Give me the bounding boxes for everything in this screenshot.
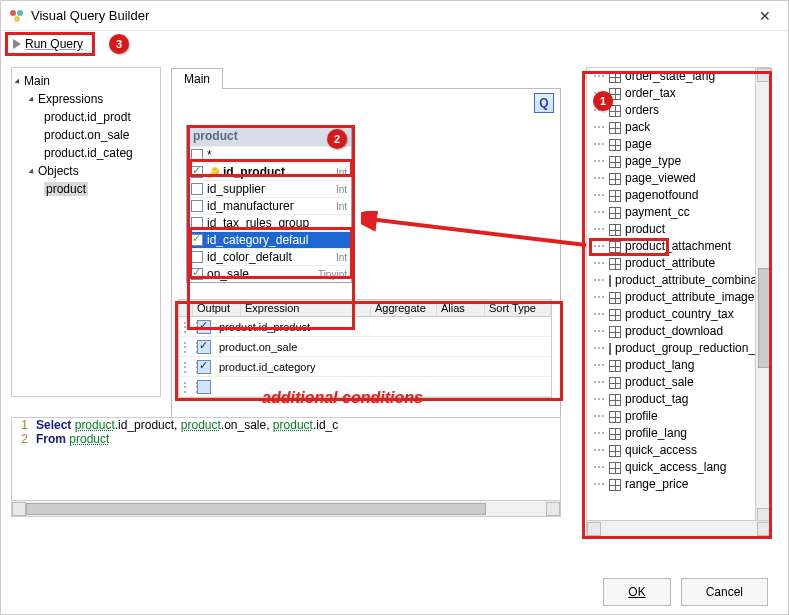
ok-button[interactable]: OK [603,578,670,606]
checkbox[interactable] [191,251,203,263]
output-checkbox[interactable] [197,360,211,374]
tree-dots-icon: ⋯ [593,306,605,323]
sql-keyword: Select [36,418,71,432]
scroll-left-icon[interactable] [12,502,26,516]
tree-expr-item[interactable]: product.id_categ [16,144,156,162]
table-list-item[interactable]: ⋯order_state_lang [587,68,771,85]
field-type: Int [336,201,347,212]
close-icon[interactable]: ✕ [750,8,780,24]
table-title[interactable]: product [187,126,351,146]
field-row[interactable]: * [187,146,351,163]
field-name: id_tax_rules_group [207,216,347,230]
table-list-item[interactable]: ⋯page [587,136,771,153]
grid-row[interactable]: ⋮⋮product.on_sale [179,337,551,357]
grid-expression[interactable]: product.on_sale [215,341,551,353]
tree-root[interactable]: Main [16,72,156,90]
drag-handle-icon[interactable]: ⋮⋮ [179,380,193,394]
run-query-button[interactable]: Run Query [7,35,89,53]
tree-expressions[interactable]: Expressions [16,90,156,108]
col-alias[interactable]: Alias [437,300,485,316]
canvas[interactable]: Q product *🔑id_productIntid_supplierInti… [171,89,561,459]
sql-scrollbar-h[interactable] [12,500,560,516]
grid-expression[interactable]: product.id_category [215,361,551,373]
grid-expression[interactable]: product.id_product [215,321,551,333]
grid-row[interactable]: ⋮⋮product.id_product [179,317,551,337]
checkbox[interactable] [191,217,203,229]
table-name: page_viewed [625,170,696,187]
col-sort-type[interactable]: Sort Type [485,300,551,316]
table-list-item[interactable]: ⋯product_attribute [587,255,771,272]
svg-point-1 [17,10,23,16]
tree-objects[interactable]: Objects [16,162,156,180]
output-checkbox[interactable] [197,340,211,354]
table-list-item[interactable]: ⋯pack [587,119,771,136]
tree-obj-item[interactable]: product [16,180,156,198]
tab-main[interactable]: Main [171,68,223,89]
field-name: id_supplier [207,182,332,196]
tree-dots-icon: ⋯ [593,408,605,425]
table-list-item[interactable]: ⋯product_attachment [587,238,771,255]
scroll-thumb[interactable] [26,503,486,515]
drag-handle-icon[interactable]: ⋮⋮ [179,340,193,354]
table-list-item[interactable]: ⋯product_attribute_image [587,289,771,306]
sql-keyword: From [36,432,66,446]
grid-row[interactable]: ⋮⋮product.id_category [179,357,551,377]
table-list-item[interactable]: ⋯product_lang [587,357,771,374]
table-list-item[interactable]: ⋯page_type [587,153,771,170]
scroll-up-icon[interactable] [757,68,771,82]
table-list-item[interactable]: ⋯product_sale [587,374,771,391]
col-output[interactable]: Output [193,300,241,316]
table-list-item[interactable]: ⋯payment_cc [587,204,771,221]
table-product[interactable]: product *🔑id_productIntid_supplierIntid_… [186,125,352,283]
annotation-additional-conditions: additional conditions [262,389,423,407]
field-row[interactable]: id_category_defaul [187,231,351,248]
tables-scrollbar-h[interactable] [587,520,771,536]
table-list-item[interactable]: ⋯profile [587,408,771,425]
table-name: order_tax [625,85,676,102]
checkbox[interactable] [191,268,203,280]
tree-expr-item[interactable]: product.on_sale [16,126,156,144]
tables-scrollbar-v[interactable] [755,68,771,522]
table-list-item[interactable]: ⋯product_group_reduction_ca [587,340,771,357]
field-row[interactable]: id_color_defaultInt [187,248,351,265]
table-list-item[interactable]: ⋯orders [587,102,771,119]
checkbox[interactable] [191,166,203,178]
table-list-item[interactable]: ⋯range_price [587,476,771,493]
field-row[interactable]: id_manufacturerInt [187,197,351,214]
query-icon[interactable]: Q [534,93,554,113]
col-aggregate[interactable]: Aggregate [371,300,437,316]
drag-handle-icon[interactable]: ⋮⋮ [179,320,193,334]
field-row[interactable]: id_supplierInt [187,180,351,197]
field-row[interactable]: 🔑id_productInt [187,163,351,180]
scroll-thumb[interactable] [758,268,770,368]
output-checkbox[interactable] [197,380,211,394]
tree-expr-item[interactable]: product.id_prodt [16,108,156,126]
table-list-item[interactable]: ⋯product_download [587,323,771,340]
checkbox[interactable] [191,234,203,246]
cancel-button[interactable]: Cancel [681,578,768,606]
field-name: on_sale [207,267,314,281]
table-list-item[interactable]: ⋯quick_access_lang [587,459,771,476]
checkbox[interactable] [191,183,203,195]
table-list-item[interactable]: ⋯pagenotfound [587,187,771,204]
drag-handle-icon[interactable]: ⋮⋮ [179,360,193,374]
table-list-item[interactable]: ⋯product [587,221,771,238]
col-expression[interactable]: Expression [241,300,371,316]
scroll-right-icon[interactable] [546,502,560,516]
field-row[interactable]: on_saleTinyint [187,265,351,282]
table-list-item[interactable]: ⋯product_tag [587,391,771,408]
table-list-item[interactable]: ⋯order_tax [587,85,771,102]
table-list-item[interactable]: ⋯profile_lang [587,425,771,442]
caret-icon [28,96,35,103]
table-list-item[interactable]: ⋯product_attribute_combination [587,272,771,289]
table-list-item[interactable]: ⋯page_viewed [587,170,771,187]
checkbox[interactable] [191,149,203,161]
checkbox[interactable] [191,200,203,212]
table-list-item[interactable]: ⋯product_country_tax [587,306,771,323]
sql-editor[interactable]: 1 Select product.id_product, product.on_… [11,417,561,517]
scroll-right-icon[interactable] [757,522,771,536]
scroll-left-icon[interactable] [587,522,601,536]
table-list-item[interactable]: ⋯quick_access [587,442,771,459]
output-checkbox[interactable] [197,320,211,334]
field-row[interactable]: id_tax_rules_group [187,214,351,231]
